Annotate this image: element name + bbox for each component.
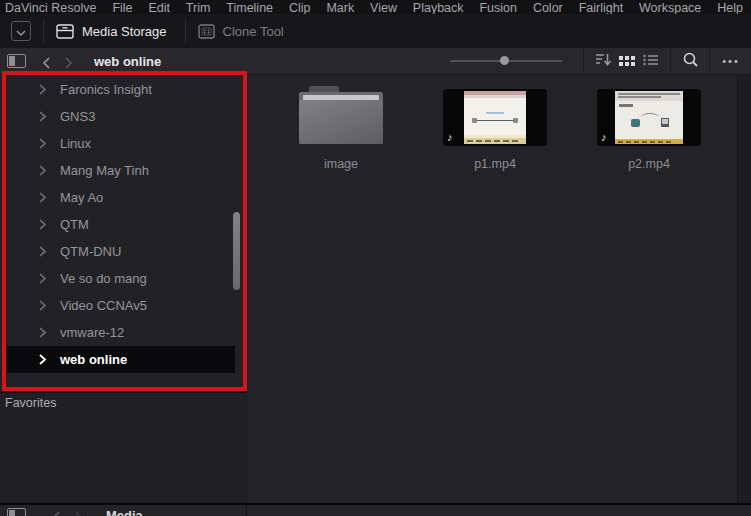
chevron-right-icon[interactable]	[39, 300, 46, 311]
panel-tab-bar: Media Storage Clone Tool	[0, 14, 751, 48]
tree-item-vmware-12[interactable]: vmware-12	[0, 319, 245, 346]
menu-fairlight[interactable]: Fairlight	[579, 1, 623, 14]
favorites-section: Favorites	[0, 392, 246, 516]
camera-glyph	[631, 119, 640, 127]
menu-timeline[interactable]: Timeline	[226, 1, 273, 14]
tree-item-qtm[interactable]: QTM	[0, 211, 245, 238]
menu-edit[interactable]: Edit	[148, 1, 170, 14]
audio-note-icon: ♪	[447, 131, 453, 143]
tree-item-qtm-dnu[interactable]: QTM-DNU	[0, 238, 245, 265]
menu-trim[interactable]: Trim	[186, 1, 211, 14]
chevron-right-icon[interactable]	[39, 273, 46, 284]
menu-clip[interactable]: Clip	[289, 1, 311, 14]
sort-order-button[interactable]	[591, 51, 615, 71]
media-pool-path: Media	[106, 508, 143, 516]
file-name: p2.mp4	[597, 157, 701, 171]
chevron-right-icon[interactable]	[39, 219, 46, 230]
menu-mark[interactable]: Mark	[326, 1, 354, 14]
video-thumbnail: ♪	[443, 89, 547, 146]
more-options-button[interactable]: •••	[717, 51, 751, 71]
tree-item-may-ao[interactable]: May Ao	[0, 184, 245, 211]
grid-view-button[interactable]	[615, 51, 639, 71]
chevron-right-icon[interactable]	[39, 246, 46, 257]
divider	[670, 48, 671, 75]
menu-help[interactable]: Help	[717, 1, 743, 14]
panel-picker-button[interactable]	[11, 21, 31, 41]
tab-clone-tool-label: Clone Tool	[223, 24, 284, 39]
file-name: p1.mp4	[443, 157, 547, 171]
chevron-right-icon[interactable]	[39, 354, 46, 365]
sidebar-toggle-icon[interactable]	[7, 508, 26, 516]
forward-arrow-icon[interactable]	[64, 55, 76, 67]
audio-note-icon: ♪	[601, 131, 607, 143]
back-arrow-icon[interactable]	[52, 509, 64, 516]
menu-view[interactable]: View	[370, 1, 397, 14]
tree-item-linux[interactable]: Linux	[0, 130, 245, 157]
list-view-button[interactable]	[639, 51, 663, 71]
chevron-right-icon[interactable]	[39, 327, 46, 338]
thumbnail-zoom-slider[interactable]	[450, 54, 562, 68]
file-card-image-folder[interactable]: image	[289, 86, 393, 171]
file-card-p1[interactable]: ♪ p1.mp4	[443, 89, 547, 171]
divider	[185, 19, 186, 43]
menu-bar: DaVinci Resolve File Edit Trim Timeline …	[0, 0, 751, 14]
chevron-right-icon[interactable]	[39, 192, 46, 203]
media-storage-toolbar: web online	[0, 48, 751, 75]
menu-playback[interactable]: Playback	[413, 1, 464, 14]
grid-view-icon	[619, 56, 635, 66]
tab-media-storage-label: Media Storage	[82, 24, 167, 39]
favorites-label: Favorites	[0, 393, 246, 410]
chevron-right-icon[interactable]	[39, 84, 46, 95]
archive-drawer-icon	[56, 24, 74, 39]
file-grid-area: image ♪ p1.mp4	[247, 75, 737, 503]
tree-item-faronics-insight[interactable]: Faronics Insight	[0, 76, 245, 103]
ellipsis-icon: •••	[722, 55, 740, 67]
video-thumbnail: ♪	[597, 89, 701, 146]
folder-icon	[299, 86, 383, 146]
tab-clone-tool[interactable]: Clone Tool	[198, 24, 284, 39]
tree-item-ve-so-do-mang[interactable]: Ve so do mang	[0, 265, 245, 292]
file-name: image	[289, 157, 393, 171]
divider	[246, 505, 247, 516]
chevron-right-icon[interactable]	[39, 111, 46, 122]
chevron-right-icon[interactable]	[39, 165, 46, 176]
current-folder-path: web online	[94, 54, 161, 69]
tree-item-video-ccnav5[interactable]: Video CCNAv5	[0, 292, 245, 319]
forward-arrow-icon[interactable]	[74, 509, 86, 516]
media-pool-toolbar-partial: Media	[0, 505, 751, 516]
divider	[583, 48, 584, 75]
sidebar-toggle-icon[interactable]	[7, 54, 26, 68]
divider	[709, 48, 710, 75]
back-arrow-icon[interactable]	[42, 55, 54, 67]
tree-item-web-online[interactable]: web online	[5, 346, 235, 373]
chevron-down-icon	[16, 22, 26, 40]
computer-glyph	[661, 118, 669, 127]
list-view-icon	[643, 52, 659, 70]
slider-handle[interactable]	[500, 56, 509, 65]
menu-color[interactable]: Color	[533, 1, 563, 14]
menu-davinci-resolve[interactable]: DaVinci Resolve	[5, 1, 96, 14]
content-scrollbar-track[interactable]	[737, 75, 751, 503]
tab-media-storage[interactable]: Media Storage	[56, 24, 167, 39]
sort-icon	[595, 52, 612, 70]
file-card-p2[interactable]: ♪ p2.mp4	[597, 89, 701, 171]
clone-grid-icon	[198, 24, 215, 39]
search-icon	[683, 52, 698, 71]
sidebar-scrollbar-thumb[interactable]	[233, 212, 240, 290]
storage-tree: Faronics Insight GNS3 Linux Mang May Tin…	[0, 75, 245, 373]
tree-item-mang-may-tinh[interactable]: Mang May Tinh	[0, 157, 245, 184]
media-storage-content: Faronics Insight GNS3 Linux Mang May Tin…	[0, 75, 751, 516]
tree-item-gns3[interactable]: GNS3	[0, 103, 245, 130]
chevron-right-icon[interactable]	[39, 138, 46, 149]
divider	[43, 19, 44, 43]
search-button[interactable]	[678, 51, 702, 71]
menu-fusion[interactable]: Fusion	[479, 1, 517, 14]
menu-workspace[interactable]: Workspace	[639, 1, 701, 14]
menu-file[interactable]: File	[112, 1, 132, 14]
